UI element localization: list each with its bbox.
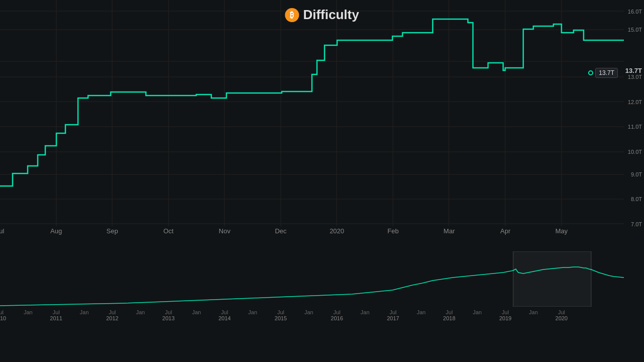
- y-label-9t: 9.0T: [631, 171, 642, 177]
- y-label-10t: 10.0T: [628, 149, 642, 155]
- x-label-oct: Oct: [164, 227, 174, 235]
- hover-indicator: 13.7T: [588, 68, 618, 78]
- y-label-13t: 13.0T: [628, 74, 642, 80]
- x-label-apr: Apr: [500, 227, 510, 235]
- chart-container: ₿ Difficulty 16.0T 15.0T 13.7T: [0, 0, 644, 362]
- bitcoin-icon: ₿: [285, 8, 299, 22]
- hover-value: 13.7T: [595, 68, 618, 78]
- x-label-may: May: [555, 227, 568, 235]
- title-area: ₿ Difficulty: [285, 7, 359, 23]
- x-label-jul: Jul: [0, 227, 4, 235]
- x-label-aug: Aug: [50, 227, 62, 235]
- hover-dot: [588, 70, 593, 75]
- x-label-nov: Nov: [219, 227, 230, 235]
- y-label-15t: 15.0T: [628, 27, 642, 33]
- x-label-feb: Feb: [387, 227, 398, 235]
- y-label-8t: 8.0T: [631, 196, 642, 202]
- y-label-137t: 13.7T: [625, 66, 642, 74]
- y-label-7t: 7.0T: [631, 221, 642, 227]
- y-label-16t: 16.0T: [628, 9, 642, 15]
- svg-rect-21: [513, 251, 591, 307]
- main-chart: [0, 0, 624, 226]
- mini-chart: [0, 251, 624, 307]
- y-label-11t: 11.0T: [628, 124, 642, 130]
- x-label-2020: 2020: [330, 227, 344, 235]
- y-label-12t: 12.0T: [628, 99, 642, 105]
- x-label-mar: Mar: [444, 227, 455, 235]
- chart-title: Difficulty: [303, 7, 359, 23]
- y-axis-right: 16.0T 15.0T 13.7T 13.0T 12.0T 11.0T 10.0…: [614, 0, 644, 226]
- x-axis-mini: Jul 2010 Jan Jul 2011 Jan Jul 2012 Jan J…: [0, 309, 624, 334]
- x-label-dec: Dec: [275, 227, 286, 235]
- x-label-sep: Sep: [107, 227, 118, 235]
- x-axis-main: Jul Aug Sep Oct Nov Dec 2020 Feb Mar Apr…: [0, 227, 624, 245]
